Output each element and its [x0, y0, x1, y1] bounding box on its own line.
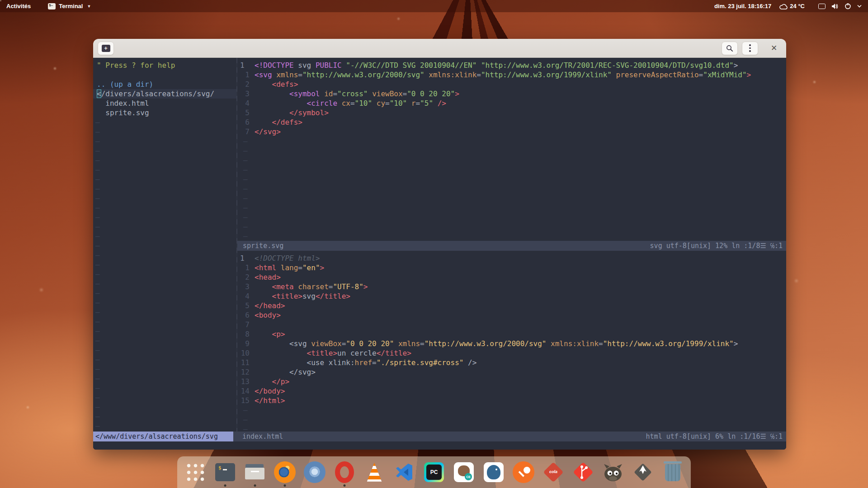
show-apps-icon [185, 462, 205, 482]
empty-line-marker: – [237, 155, 786, 165]
statusline-fileinfo: svg utf-8[unix] 12% ln :1/8☰ ℅:1 [650, 241, 783, 251]
inkscape-icon [632, 461, 654, 483]
sprite-svg-buffer[interactable]: 1<!DOCTYPE svg PUBLIC "-//W3C//DTD SVG 2… [237, 58, 786, 241]
dock-files-icon[interactable] [244, 461, 266, 483]
code-line: 7 [237, 320, 786, 329]
window-titlebar[interactable]: ✕ [93, 39, 786, 58]
temperature-label: 24 °C [790, 3, 805, 9]
dock-pycharm-icon[interactable] [423, 461, 445, 483]
empty-line-marker: – [237, 165, 786, 174]
code-line: 2 <defs> [237, 80, 786, 89]
line-number: 1 [237, 263, 255, 272]
code-line: 9 <svg viewBox="0 0 20 20" xmlns="http:/… [237, 339, 786, 348]
close-button[interactable]: ✕ [766, 42, 782, 55]
empty-line-marker: – [93, 374, 236, 383]
files-icon [244, 461, 266, 483]
empty-line-marker: – [93, 260, 236, 269]
empty-line-marker: – [93, 336, 236, 345]
empty-line-marker: – [93, 317, 236, 326]
index-html-buffer[interactable]: 1<!DOCTYPE html>1<html lang="en">2<head>… [237, 251, 786, 432]
empty-line-marker: – [93, 136, 236, 146]
empty-line-marker: – [237, 424, 786, 432]
dock-vscode-icon[interactable] [393, 461, 415, 483]
weather-cloud-icon [779, 3, 788, 9]
line-number: 8 [237, 329, 255, 339]
dock-chromium-icon[interactable] [304, 461, 326, 483]
chevron-down-icon: ▼ [87, 4, 91, 9]
empty-line-marker: – [93, 355, 236, 364]
empty-line-marker: – [93, 279, 236, 288]
vim-editor[interactable]: " Press ? for help.. (up a dir)</divers/… [93, 58, 786, 450]
dock-dbeaver-icon[interactable] [453, 461, 475, 483]
dock-trash-icon[interactable] [662, 461, 684, 483]
netrw-file-explorer[interactable]: " Press ? for help.. (up a dir)</divers/… [93, 58, 236, 432]
line-number: 1 [237, 70, 255, 80]
empty-line-marker: – [237, 405, 786, 415]
dock-gimp-icon[interactable] [602, 461, 624, 483]
line-number: 7 [237, 127, 255, 136]
code-line: .. (up a dir) [93, 80, 236, 89]
code-line: 7</svg> [237, 127, 786, 136]
kebab-menu-icon [749, 44, 751, 52]
new-tab-button[interactable] [98, 42, 114, 55]
empty-line-marker: – [237, 222, 786, 231]
system-tray[interactable] [818, 3, 862, 9]
vscode-icon [393, 461, 415, 483]
app-menu[interactable]: Terminal ▼ [48, 3, 91, 9]
power-icon [844, 3, 851, 9]
dock-vlc-icon[interactable] [363, 461, 385, 483]
empty-line-marker: – [93, 174, 236, 184]
empty-line-marker: – [237, 193, 786, 203]
empty-line-marker: – [93, 193, 236, 203]
display-icon [818, 4, 826, 9]
empty-line-marker: – [93, 212, 236, 222]
empty-line-marker: – [93, 326, 236, 336]
dock-terminal-icon[interactable] [214, 461, 236, 483]
dock-opera-icon[interactable] [334, 461, 355, 483]
dock-git-icon[interactable] [572, 461, 594, 483]
empty-line-marker: – [237, 212, 786, 222]
code-line: 1<!DOCTYPE svg PUBLIC "-//W3C//DTD SVG 2… [237, 61, 786, 70]
code-line: 4 <title>svg</title> [237, 291, 786, 301]
line-number: 15 [237, 396, 255, 405]
empty-line-marker: – [93, 402, 236, 412]
code-line: 5 </symbol> [237, 108, 786, 117]
dock-firefox-icon[interactable] [274, 461, 296, 483]
terminal-app-icon [48, 3, 56, 9]
vim-command-line[interactable] [93, 441, 786, 450]
code-line: 1<svg xmlns="http://www.w3.org/2000/svg"… [237, 70, 786, 80]
terminal-icon [215, 463, 235, 481]
opera-icon [335, 461, 354, 483]
code-line: 11 <use xlink:href="./sprite.svg#cross" … [237, 358, 786, 367]
empty-line-marker: – [93, 269, 236, 279]
dock-git-cola-icon[interactable]: cola [542, 461, 564, 483]
empty-line-marker: – [93, 383, 236, 393]
dock-show-apps-icon[interactable] [184, 461, 206, 483]
activities-button[interactable]: Activités [6, 3, 31, 9]
empty-line-marker: – [93, 241, 236, 250]
dock-postgresql-icon[interactable] [483, 461, 505, 483]
code-line: 14</body> [237, 386, 786, 396]
line-number: 12 [237, 367, 255, 377]
menu-button[interactable] [742, 42, 758, 55]
code-line: index.html [93, 99, 236, 108]
line-number: 6 [237, 310, 255, 320]
firefox-icon [274, 461, 296, 483]
dock-inkscape-icon[interactable] [632, 461, 654, 483]
line-number: 2 [237, 80, 255, 89]
code-line: sprite.svg [93, 108, 236, 117]
code-line: 4 <circle cx="10" cy="10" r="5" /> [237, 99, 786, 108]
empty-line-marker: – [237, 231, 786, 241]
dock-postman-icon[interactable] [513, 461, 534, 483]
clock[interactable]: dim. 23 juil. 18:16:17 [714, 3, 771, 9]
tray-chevron-down-icon [857, 5, 862, 8]
line-number: 1 [237, 253, 255, 263]
line-number: 13 [237, 377, 255, 386]
empty-line-marker: – [93, 127, 236, 136]
search-button[interactable] [722, 42, 738, 55]
empty-line-marker: – [93, 307, 236, 317]
chromium-icon [304, 461, 326, 483]
line-number: 5 [237, 108, 255, 117]
weather-widget[interactable]: 24 °C [779, 3, 805, 9]
code-line: 5</head> [237, 301, 786, 310]
